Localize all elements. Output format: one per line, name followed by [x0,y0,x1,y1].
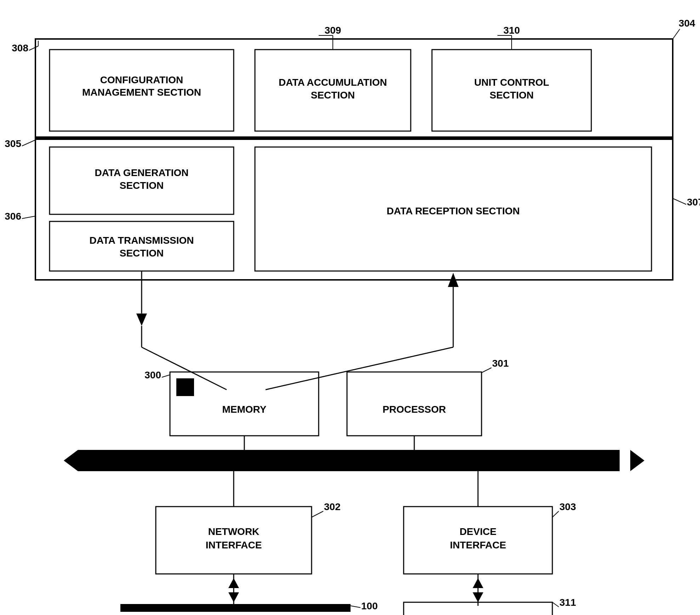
ref-100: 100 [361,600,378,611]
arrow-transmission-down [136,314,147,326]
svg-line-25 [351,606,360,608]
svg-line-15 [266,347,453,390]
device-interface-label-line2: INTERFACE [450,540,506,551]
network-interface-label-line2: INTERFACE [206,540,262,551]
ref-305: 305 [5,138,21,149]
bus-right-arrow [630,450,644,471]
device-interface-label-line1: DEVICE [460,526,496,537]
bus-bar [78,450,620,471]
data-reception-label: DATA RECEPTION SECTION [387,205,520,216]
svg-line-27 [552,602,559,607]
svg-line-0 [29,46,38,50]
data-generation-label-line2: SECTION [120,180,164,191]
config-management-label-line2: MANAGEMENT SECTION [82,87,201,98]
ref-310: 310 [503,25,520,36]
ref-301: 301 [492,358,509,369]
ref-303: 303 [559,501,576,512]
memory-label: MEMORY [222,404,267,415]
memory-chip-icon [176,378,194,396]
config-management-label-line1: CONFIGURATION [100,74,183,85]
diagram-container: CONFIGURATION MANAGEMENT SECTION DATA AC… [0,0,700,615]
ref-302: 302 [324,501,341,512]
ref-300: 300 [144,369,161,380]
unit-control-label-line2: SECTION [490,90,534,101]
svg-line-6 [673,29,680,39]
ref-304: 304 [679,18,695,29]
svg-line-9 [673,198,686,204]
processor-label: PROCESSOR [383,404,446,415]
svg-line-8 [22,216,35,219]
svg-line-7 [22,140,35,146]
ref-309: 309 [325,25,341,36]
ref-307: 307 [687,197,700,208]
data-transmission-box [50,221,234,271]
inner-container-307 [35,138,673,280]
ref-306: 306 [5,211,21,222]
network-interface-label-line1: NETWORK [208,526,260,537]
ref-311: 311 [559,597,576,608]
data-generation-label-line1: DATA GENERATION [95,167,189,178]
unit-control-label-line1: UNIT CONTROL [474,77,549,88]
svg-line-23 [552,511,559,517]
svg-line-16 [162,375,170,377]
ref-308: 308 [12,43,28,53]
data-transmission-label-line1: DATA TRANSMISSION [89,235,194,246]
bus-left-arrow [64,450,78,471]
network-bar [120,604,351,612]
svg-line-22 [312,511,323,517]
svg-line-17 [482,368,491,373]
data-transmission-label-line2: SECTION [120,248,164,259]
data-accumulation-label-line1: DATA ACCUMULATION [279,77,387,88]
data-accumulation-label-line2: SECTION [311,90,355,101]
